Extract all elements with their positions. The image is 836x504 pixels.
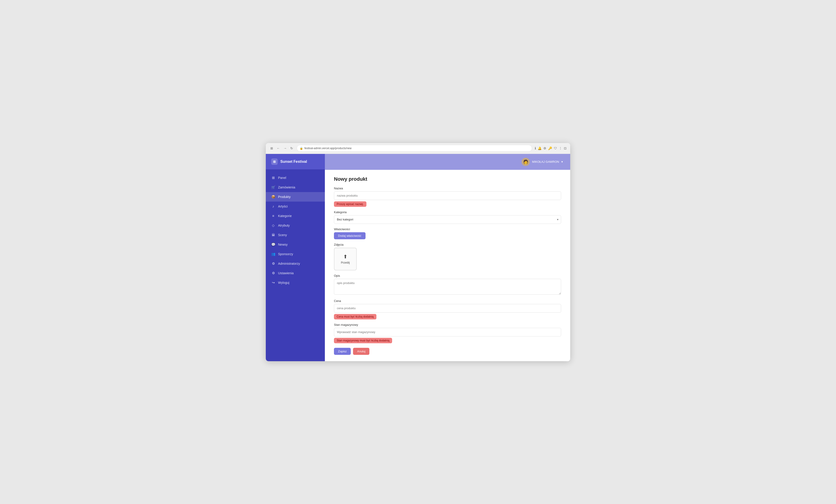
category-group: Kategoria Bez kategori ▾	[334, 211, 561, 224]
save-button[interactable]: Zapisz	[334, 348, 351, 355]
orders-icon: 🛒	[271, 185, 276, 189]
sponsors-icon: 👥	[271, 252, 276, 256]
price-label: Cena	[334, 299, 561, 303]
home-icon: ⊞	[271, 176, 276, 180]
properties-label: Właściwości	[334, 228, 561, 231]
sidebar-item-label: Administratorzy	[278, 262, 300, 265]
split-icon[interactable]: ⊡	[564, 147, 567, 150]
description-label: Opis	[334, 274, 561, 277]
sidebar-item-label: Panel	[278, 176, 286, 179]
action-buttons: Zapisz Anuluj	[334, 348, 561, 355]
sidebar-item-panel[interactable]: ⊞ Panel	[266, 173, 325, 182]
sidebar-item-ustawienia[interactable]: ⚙ Ustawienia	[266, 268, 325, 278]
sidebar-item-label: Produkty	[278, 195, 290, 199]
back-btn[interactable]: ←	[276, 146, 281, 151]
reload-btn[interactable]: ↻	[289, 146, 294, 151]
categories-icon: ≡	[271, 214, 276, 218]
price-error-badge: Cena musi być liczbą dodatnią	[334, 314, 376, 319]
url-text: festival-admin.vercel.app/products/new	[304, 147, 352, 150]
forward-btn[interactable]: →	[283, 146, 288, 151]
browser-right-icons: ℹ 🔔 ⚙ 🔑 🛡 ⋮ ⊡	[535, 147, 567, 150]
stock-error-badge: Stan magazynowy musi być liczbą dodatnią	[334, 338, 392, 343]
sidebar-item-administratorzy[interactable]: ⚙ Administratorzy	[266, 259, 325, 268]
attributes-icon: ◇	[271, 224, 276, 228]
top-bar: 🧑 MIKOŁAJ GAWRON ▾	[325, 154, 570, 170]
extensions-icon[interactable]: ⚙	[544, 147, 546, 150]
name-input[interactable]	[334, 191, 561, 200]
sidebar-item-label: Wyloguj	[278, 281, 289, 285]
photos-group: Zdjęcia ⬆ Prześlij	[334, 243, 561, 270]
category-select-wrapper: Bez kategori ▾	[334, 215, 561, 224]
lock-icon: 🔒	[300, 147, 303, 150]
price-group: Cena Cena musi być liczbą dodatnią	[334, 299, 561, 319]
sidebar-item-sceny[interactable]: 🏛 Sceny	[266, 230, 325, 240]
page-content: Nowy produkt Nazwa Proszę wpisać nazwę. …	[325, 170, 570, 361]
info-icon[interactable]: ℹ	[535, 147, 536, 150]
bell-icon[interactable]: 🔔	[538, 147, 542, 150]
name-label: Nazwa	[334, 187, 561, 190]
sidebar-item-wyloguj[interactable]: ↪ Wyloguj	[266, 278, 325, 287]
sidebar-toggle-btn[interactable]: ⊞	[269, 146, 274, 151]
app-logo-icon: ⊞	[271, 158, 278, 165]
sidebar-item-label: Kategorie	[278, 214, 292, 218]
chevron-down-icon: ▾	[561, 160, 563, 163]
upload-area[interactable]: ⬆ Prześlij	[334, 248, 357, 270]
sidebar-nav: ⊞ Panel 🛒 Zamówienia 📦 Produkty ♪ Artyśc…	[266, 169, 325, 291]
description-input[interactable]	[334, 279, 561, 295]
photos-label: Zdjęcia	[334, 243, 561, 246]
stock-label: Stan magazynowy	[334, 323, 561, 327]
cancel-button[interactable]: Anuluj	[353, 348, 369, 355]
sidebar-header: ⊞ Sunset Festival	[266, 154, 325, 169]
sidebar-item-label: Ustawienia	[278, 271, 293, 275]
logout-icon: ↪	[271, 280, 276, 285]
app-container: ⊞ Sunset Festival ⊞ Panel 🛒 Zamówienia 📦…	[266, 154, 570, 361]
avatar: 🧑	[521, 158, 530, 166]
description-group: Opis	[334, 274, 561, 296]
settings-icon: ⚙	[271, 271, 276, 275]
more-icon[interactable]: ⋮	[559, 147, 562, 150]
app-name: Sunset Festival	[280, 160, 307, 164]
price-input[interactable]	[334, 304, 561, 313]
sidebar-item-label: Newsy	[278, 243, 288, 246]
sidebar-item-label: Atrybuty	[278, 224, 290, 227]
user-info[interactable]: 🧑 MIKOŁAJ GAWRON ▾	[521, 158, 563, 166]
scenes-icon: 🏛	[271, 233, 276, 237]
sidebar-item-artysci[interactable]: ♪ Artyści	[266, 201, 325, 211]
main-content: 🧑 MIKOŁAJ GAWRON ▾ Nowy produkt Nazwa Pr…	[325, 154, 570, 361]
sidebar-item-zamowienia[interactable]: 🛒 Zamówienia	[266, 182, 325, 192]
category-label: Kategoria	[334, 211, 561, 214]
admins-icon: ⚙	[271, 261, 276, 266]
sidebar-item-produkty[interactable]: 📦 Produkty	[266, 192, 325, 201]
browser-bar: ⊞ ← → ↻ 🔒 festival-admin.vercel.app/prod…	[266, 143, 570, 154]
category-select[interactable]: Bez kategori	[334, 215, 561, 224]
sidebar-item-sponsorzy[interactable]: 👥 Sponsorzy	[266, 249, 325, 259]
artists-icon: ♪	[271, 204, 276, 208]
news-icon: 💬	[271, 243, 276, 247]
upload-icon: ⬆	[343, 254, 347, 260]
stock-input[interactable]	[334, 328, 561, 336]
properties-group: Właściwości Dodaj właściwość	[334, 228, 561, 239]
address-bar[interactable]: 🔒 festival-admin.vercel.app/products/new	[297, 145, 532, 152]
sidebar-item-newsy[interactable]: 💬 Newsy	[266, 240, 325, 249]
browser-controls: ⊞ ← → ↻	[269, 146, 294, 151]
stock-group: Stan magazynowy Stan magazynowy musi być…	[334, 323, 561, 343]
page-title: Nowy produkt	[334, 176, 561, 182]
sidebar-item-label: Sponsorzy	[278, 252, 293, 256]
password-icon[interactable]: 🔑	[548, 147, 552, 150]
shield-icon[interactable]: 🛡	[554, 147, 557, 150]
user-name: MIKOŁAJ GAWRON	[532, 160, 559, 163]
name-group: Nazwa Proszę wpisać nazwę.	[334, 187, 561, 207]
sidebar-item-label: Sceny	[278, 233, 287, 237]
sidebar-item-kategorie[interactable]: ≡ Kategorie	[266, 211, 325, 221]
sidebar-item-label: Artyści	[278, 205, 288, 208]
name-error-badge: Proszę wpisać nazwę.	[334, 201, 366, 207]
sidebar-item-label: Zamówienia	[278, 186, 295, 189]
add-property-button[interactable]: Dodaj właściwość	[334, 232, 365, 239]
upload-label: Prześlij	[341, 261, 350, 264]
products-icon: 📦	[271, 195, 276, 199]
sidebar: ⊞ Sunset Festival ⊞ Panel 🛒 Zamówienia 📦…	[266, 154, 325, 361]
sidebar-item-atrybuty[interactable]: ◇ Atrybuty	[266, 221, 325, 230]
